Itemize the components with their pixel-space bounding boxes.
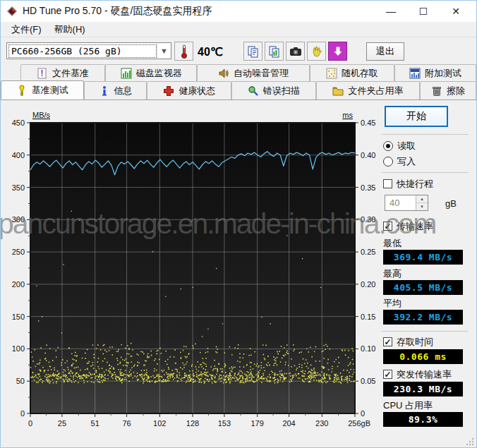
thermometer-icon	[180, 44, 188, 59]
tab-label: 文件夹占用率	[348, 85, 403, 97]
tab-health[interactable]: 健康状态	[147, 81, 231, 99]
transfer-rate-label: 传输速率	[397, 220, 433, 233]
tab-label: 磁盘监视器	[136, 67, 182, 80]
radio-selected-icon[interactable]	[383, 141, 393, 151]
avg-label: 平均	[383, 297, 401, 310]
tab-random-access[interactable]: 随机存取	[310, 64, 394, 81]
access-time-label: 存取时间	[397, 336, 433, 349]
svg-text:0.45: 0.45	[361, 119, 375, 127]
svg-text:0: 0	[28, 419, 32, 428]
tab-folder-usage[interactable]: 文件夹占用率	[316, 81, 421, 99]
exit-button[interactable]: 退出	[366, 42, 404, 61]
burst-rate-checkbox[interactable]: ✓ 突发传输速率	[383, 368, 452, 380]
minimize-button[interactable]: —	[375, 1, 407, 22]
tab-erase[interactable]: 擦除	[420, 81, 476, 99]
svg-text:0: 0	[20, 409, 25, 418]
toolbar: PC660-256GB (256 gB) ▼ 40℃	[1, 37, 476, 64]
svg-text:153: 153	[218, 419, 231, 428]
tab-disk-monitor[interactable]: 磁盘监视器	[105, 64, 197, 81]
info-icon	[99, 85, 110, 97]
access-time-checkbox[interactable]: ✓ 存取时间	[383, 336, 433, 348]
avg-value: 392.2 MB/s	[383, 310, 463, 325]
resize-grip[interactable]	[466, 437, 475, 446]
download-button[interactable]	[328, 42, 347, 61]
max-value: 405.5 MB/s	[383, 280, 463, 295]
speaker-icon	[218, 68, 229, 79]
svg-text:256gB: 256gB	[348, 419, 370, 428]
stepper-down-icon[interactable]: ▼	[416, 203, 428, 210]
min-label: 最低	[383, 237, 401, 250]
svg-text:400: 400	[12, 151, 25, 159]
tab-strip: ! 文件基准 磁盘监视器 自动噪音管理 随机存取 附加测试	[1, 64, 476, 99]
title-bar: HD Tune Pro 5.70 - 硬盘/固态硬盘实用程序 — ☐ ✕	[1, 1, 476, 22]
folder-icon	[332, 85, 344, 97]
svg-text:0.25: 0.25	[361, 248, 375, 256]
svg-text:MB/s: MB/s	[32, 111, 51, 119]
menu-bar: 文件(F) 帮助(H)	[1, 22, 476, 37]
menu-help[interactable]: 帮助(H)	[48, 22, 92, 37]
svg-text:128: 128	[186, 419, 199, 428]
checkbox-checked-icon[interactable]: ✓	[383, 337, 392, 346]
read-radio[interactable]: 读取	[383, 140, 416, 152]
tab-label: 随机存取	[342, 67, 378, 80]
min-value: 369.4 MB/s	[383, 250, 463, 265]
svg-text:300: 300	[12, 215, 25, 224]
random-access-icon	[326, 68, 337, 79]
svg-text:0.40: 0.40	[361, 151, 375, 159]
checkbox-unchecked-icon[interactable]	[383, 179, 392, 188]
svg-text:ms: ms	[342, 111, 353, 119]
disk-monitor-icon	[121, 68, 132, 79]
burst-rate-value: 230.3 MB/s	[383, 382, 463, 396]
screenshot-button[interactable]	[286, 42, 305, 61]
tab-extra-tests[interactable]: 附加测试	[394, 64, 476, 81]
access-time-value: 0.066 ms	[383, 349, 463, 364]
svg-text:!: !	[41, 68, 44, 78]
checkbox-checked-icon[interactable]: ✓	[383, 222, 392, 231]
cpu-usage-value: 89.3%	[383, 412, 463, 427]
svg-text:25: 25	[58, 419, 66, 428]
svg-text:0.10: 0.10	[361, 344, 375, 353]
svg-text:0.35: 0.35	[361, 183, 375, 192]
drive-selector[interactable]: PC660-256GB (256 gB) ▼	[6, 42, 171, 59]
close-button[interactable]: ✕	[440, 1, 472, 22]
short-stroke-size-value: 40	[385, 195, 416, 210]
tab-label: 基准测试	[32, 84, 68, 97]
copy-image-button[interactable]	[265, 42, 284, 61]
tab-label: 文件基准	[52, 67, 89, 80]
svg-text:150: 150	[12, 313, 25, 321]
cpu-usage-label: CPU 占用率	[383, 399, 433, 412]
tab-auto-acoustic[interactable]: 自动噪音管理	[197, 64, 310, 81]
tab-label: 擦除	[447, 85, 465, 97]
tab-file-benchmark[interactable]: ! 文件基准	[20, 64, 105, 81]
read-radio-label: 读取	[397, 140, 416, 152]
hd-tune-window: HD Tune Pro 5.70 - 硬盘/固态硬盘实用程序 — ☐ ✕ 文件(…	[0, 0, 477, 448]
down-arrow-icon	[333, 46, 343, 57]
hand-button[interactable]	[307, 42, 326, 61]
menu-file[interactable]: 文件(F)	[5, 22, 48, 37]
svg-text:0: 0	[361, 409, 365, 418]
tab-error-scan[interactable]: 错误扫描	[231, 81, 316, 99]
start-button[interactable]: 开始	[385, 106, 448, 127]
tab-info[interactable]: 信息	[84, 81, 147, 99]
extra-tests-icon	[409, 68, 421, 79]
short-stroke-size-stepper[interactable]: 40 ▲ ▼	[385, 195, 428, 211]
radio-unselected-icon[interactable]	[383, 157, 393, 167]
benchmark-pane: 05010015020025030035040045000.050.100.15…	[1, 99, 476, 447]
checkbox-checked-icon[interactable]: ✓	[383, 370, 392, 379]
divider	[382, 134, 468, 135]
svg-text:0.20: 0.20	[361, 280, 375, 289]
short-stroke-checkbox[interactable]: 快捷行程	[383, 178, 433, 190]
short-stroke-label: 快捷行程	[397, 178, 433, 190]
write-radio-label: 写入	[397, 155, 416, 168]
transfer-rate-checkbox[interactable]: ✓ 传输速率	[383, 220, 433, 232]
svg-text:179: 179	[250, 419, 263, 428]
chevron-down-icon[interactable]: ▼	[157, 43, 171, 59]
stepper-up-icon[interactable]: ▲	[416, 195, 428, 203]
temperature-button[interactable]	[174, 42, 193, 61]
copy-text-button[interactable]	[243, 42, 262, 61]
file-benchmark-icon: !	[37, 68, 48, 79]
health-cross-icon	[163, 85, 174, 97]
tab-benchmark[interactable]: 基准测试	[1, 80, 84, 99]
maximize-button[interactable]: ☐	[407, 1, 440, 22]
write-radio[interactable]: 写入	[383, 155, 416, 167]
